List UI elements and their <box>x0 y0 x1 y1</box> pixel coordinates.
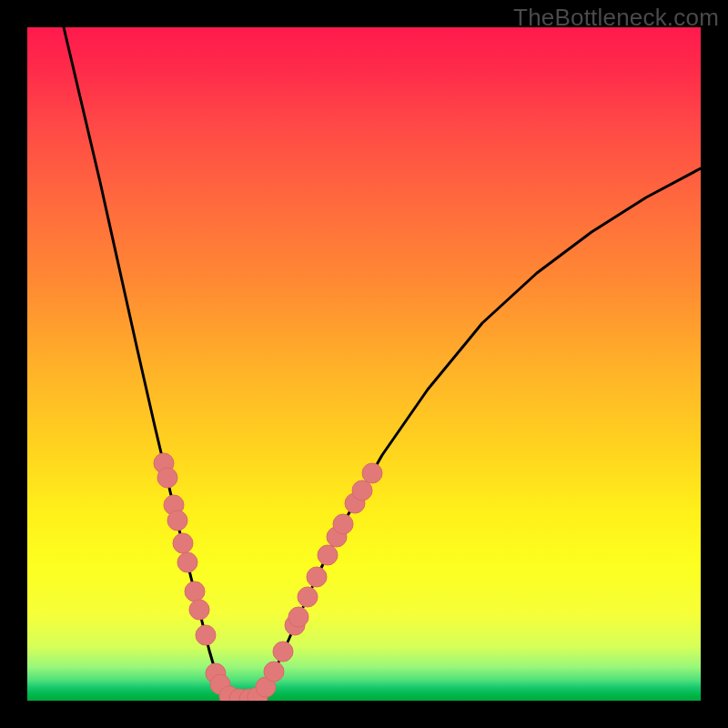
data-marker <box>298 587 318 607</box>
data-marker <box>173 533 193 553</box>
data-marker <box>362 463 382 483</box>
data-marker <box>273 642 293 662</box>
data-marker <box>157 468 177 488</box>
data-marker <box>352 480 372 500</box>
data-marker <box>288 607 308 627</box>
plot-area <box>27 27 701 701</box>
curve-segment <box>259 168 701 697</box>
data-marker <box>167 511 187 531</box>
data-marker <box>307 567 327 587</box>
data-marker <box>318 545 338 565</box>
data-marker <box>177 552 197 572</box>
data-marker <box>185 581 205 602</box>
data-marker <box>333 514 353 534</box>
chart-overlay <box>27 27 701 701</box>
data-markers <box>154 453 382 701</box>
data-marker <box>189 600 209 620</box>
watermark-label: TheBottleneck.com <box>513 4 719 32</box>
bottleneck-curve <box>64 27 701 699</box>
outer-frame: TheBottleneck.com <box>0 0 728 728</box>
data-marker <box>264 662 284 682</box>
data-marker <box>196 625 216 645</box>
